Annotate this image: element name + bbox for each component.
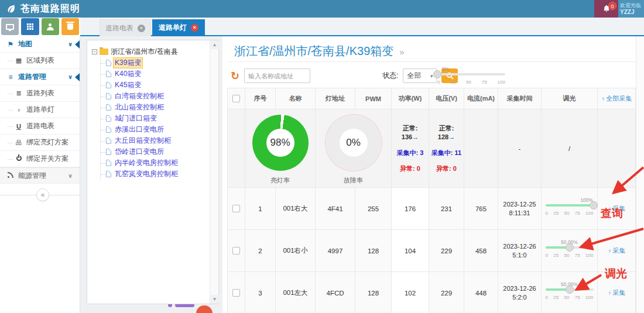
tab-road-single-lamp[interactable]: 道路单灯 × xyxy=(152,19,205,36)
slider-track[interactable] xyxy=(546,246,594,249)
cell-collect-time: 2023-12-265:2:0 xyxy=(498,272,542,313)
slider-handle[interactable] xyxy=(590,201,598,209)
cell-dim: 50.00% 0255075100 xyxy=(542,272,598,313)
voltage-stats: 正常:128→ 采集中: 11 异常: 0 xyxy=(429,109,464,188)
file-icon xyxy=(106,93,111,99)
slider-track[interactable] xyxy=(546,288,594,291)
dim-slider[interactable]: 50.00% 0255075100 xyxy=(546,288,594,300)
cell-seq: 3 xyxy=(245,272,276,313)
sidebar-item-bind-switch-plan[interactable]: 绑定开关方案 xyxy=(0,151,80,167)
apps-grid-button[interactable] xyxy=(21,18,39,35)
dim-slider[interactable]: 50.00% 0255075100 xyxy=(546,246,594,258)
row-checkbox[interactable] xyxy=(232,289,240,297)
tree-collapse-icon[interactable]: − xyxy=(92,49,97,54)
sidebar-item-bind-lighting-plan[interactable]: 品 绑定亮灯方案 xyxy=(0,135,80,151)
tree-scrollbar[interactable]: ▲ ▼ xyxy=(210,40,218,304)
trash-button[interactable] xyxy=(61,18,79,35)
refresh-icon[interactable]: ↻ xyxy=(231,71,239,81)
sidebar-item-road-management[interactable]: ≡ 道路管理 ∨ xyxy=(0,69,80,85)
slider-ticks: 0255075100 xyxy=(546,211,594,216)
scroll-up-icon[interactable]: ▲ xyxy=(210,40,219,49)
slider-handle[interactable] xyxy=(566,286,574,294)
tree-node[interactable]: K45箱变 xyxy=(101,80,216,91)
row-checkbox[interactable] xyxy=(232,247,240,254)
tree-node[interactable]: 城门进口箱变 xyxy=(101,113,216,124)
slider-track[interactable] xyxy=(437,73,505,75)
leaf-logo-icon xyxy=(6,4,16,14)
breadcrumb-arrow-icon[interactable]: » xyxy=(399,47,404,57)
cell-power: 176 xyxy=(392,188,429,230)
file-icon xyxy=(106,104,111,111)
device-tree-panel: − 浙江省/温州市/苍南县 K39箱变 K40箱变 K45箱变 白湾箱变控制柜 … xyxy=(87,40,219,304)
col-current: 电流(mA) xyxy=(464,88,498,109)
cell-collect-time: 2023-12-258:11:31 xyxy=(498,188,542,230)
sidebar-item-road-single-lamp[interactable]: ♀ 道路单灯 xyxy=(0,102,80,118)
lamp-table: 序号 名称 灯地址 PWM 功率(W) 电压(V) 电流(mA) 采集时间 调光… xyxy=(227,88,636,313)
tab-road-meter[interactable]: 道路电表 × xyxy=(100,19,151,36)
tab-strip: 道路电表 × 道路单灯 × xyxy=(0,18,644,36)
file-icon xyxy=(106,60,111,66)
file-icon xyxy=(106,149,111,155)
close-tab-icon[interactable]: × xyxy=(191,24,198,32)
collect-all-button[interactable]: ♀全部采集 xyxy=(601,94,632,103)
fault-rate-donut: 0% xyxy=(326,115,382,171)
search-input[interactable] xyxy=(244,68,310,83)
scroll-down-icon[interactable]: ▼ xyxy=(210,295,219,304)
collect-button[interactable]: ♀采集 xyxy=(608,288,626,297)
list-icon: ≣ xyxy=(14,90,23,97)
sidebar: ⚑ 地图 ∨ ▦ 区域列表 ≡ 道路管理 ∨ ≣ 道路列表 ♀ 道路单灯 U 道… xyxy=(0,36,80,313)
slider-value-label: 0% xyxy=(442,66,449,72)
person-icon xyxy=(47,23,54,30)
tree-node[interactable]: 赤溪出口变电所 xyxy=(101,124,216,135)
tree-root-node[interactable]: − 浙江省/温州市/苍南县 xyxy=(92,46,216,57)
slider-track[interactable] xyxy=(546,204,594,207)
main-scroll-gutter[interactable] xyxy=(636,36,644,313)
slider-ticks: 0255075100 xyxy=(437,80,505,85)
sidebar-item-road-list[interactable]: ≣ 道路列表 xyxy=(0,85,80,102)
breadcrumb: 浙江省/温州市/苍南县/K39箱变 » xyxy=(234,43,405,59)
table-icon: ▦ xyxy=(14,57,23,64)
collect-button[interactable]: ♀采集 xyxy=(608,246,626,255)
bulb-icon: ♀ xyxy=(608,290,612,296)
tree-node[interactable]: K39箱变 xyxy=(101,57,216,68)
table-row: 2 001右小 4997 128 104 229 458 2023-12-265… xyxy=(228,230,636,272)
collect-button[interactable]: ♀采集 xyxy=(608,204,626,213)
tree-node[interactable]: K40箱变 xyxy=(101,68,216,80)
sidebar-item-map[interactable]: ⚑ 地图 ∨ xyxy=(0,36,80,53)
tree-node[interactable]: 北山箱变控制柜 xyxy=(101,102,216,113)
quick-toolbar xyxy=(0,18,80,36)
dim-slider[interactable]: 100% 0255075100 xyxy=(546,204,594,216)
sidebar-item-energy-management[interactable]: 能源管理 ∨ xyxy=(0,167,80,184)
sidebar-item-area-list[interactable]: ▦ 区域列表 xyxy=(0,53,80,69)
user-button[interactable] xyxy=(42,18,59,35)
folder-icon xyxy=(100,49,108,55)
col-voltage: 电压(V) xyxy=(429,88,464,109)
tree-node[interactable]: 岱岭进口变电所 xyxy=(101,146,216,157)
close-tab-icon[interactable]: × xyxy=(138,25,145,32)
sitemap-icon: 品 xyxy=(14,139,23,147)
tree-node[interactable]: 瓦窑岚变电房控制柜 xyxy=(101,168,216,180)
fault-rate-cell: 0% 故障率 xyxy=(316,109,392,188)
status-select[interactable]: 全部 ▾ xyxy=(403,68,437,83)
global-dim-slider[interactable]: 0% 0255075100 xyxy=(437,73,505,85)
row-checkbox[interactable] xyxy=(232,205,240,212)
select-all-checkbox[interactable] xyxy=(232,95,240,102)
tree-node[interactable]: 大丘田箱变控制柜 xyxy=(101,135,216,146)
light-rate-donut: 98% xyxy=(252,115,309,171)
collapse-sidebar-button[interactable]: « xyxy=(36,188,49,201)
sidebar-item-road-meter[interactable]: U 道路电表 xyxy=(0,118,80,135)
summary-dim: / xyxy=(542,109,598,188)
tree-node[interactable]: 白湾箱变控制柜 xyxy=(101,91,216,102)
tree-node[interactable]: 内半岭变电房控制柜 xyxy=(101,157,216,168)
chevron-down-icon: ∨ xyxy=(68,173,73,179)
cell-dim: 50.00% 0255075100 xyxy=(542,230,598,272)
notifications-button[interactable]: 0 xyxy=(594,0,618,18)
slider-handle[interactable] xyxy=(433,70,441,78)
monitor-button[interactable] xyxy=(1,18,19,35)
user-menu[interactable]: 欢迎光临 YZZJ xyxy=(618,0,644,18)
cell-pwm: 128 xyxy=(355,272,392,313)
cell-voltage: 231 xyxy=(429,188,464,230)
search-bar: ↻ 状态: 全部 ▾ xyxy=(231,68,458,83)
slider-handle[interactable] xyxy=(566,243,574,252)
file-icon xyxy=(106,171,111,177)
